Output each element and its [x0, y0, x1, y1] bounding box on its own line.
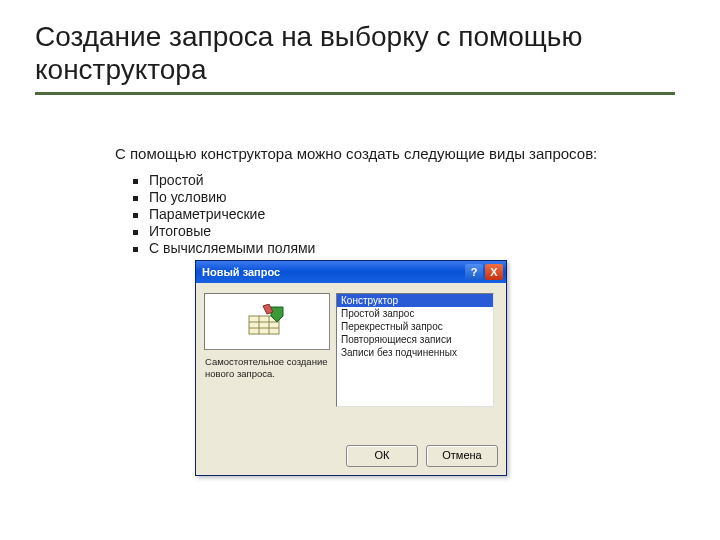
- content-block: С помощью конструктора можно создать сле…: [115, 145, 685, 256]
- slide: Создание запроса на выборку с помощью ко…: [0, 0, 720, 540]
- dialog-top-row: Самостоятельное создание нового запроса.…: [204, 293, 498, 407]
- list-item: По условию: [133, 189, 685, 205]
- listbox-item-unmatched[interactable]: Записи без подчиненных: [337, 346, 493, 359]
- dialog-description: Самостоятельное создание нового запроса.: [205, 356, 329, 380]
- list-item: Итоговые: [133, 223, 685, 239]
- new-query-dialog: Новый запрос ? X: [195, 260, 507, 476]
- divider: [35, 92, 675, 95]
- query-design-icon: [204, 293, 330, 350]
- ok-button[interactable]: ОК: [346, 445, 418, 467]
- bullet-list: Простой По условию Параметрические Итого…: [133, 172, 685, 256]
- close-icon[interactable]: X: [485, 264, 503, 280]
- listbox-item-duplicates[interactable]: Повторяющиеся записи: [337, 333, 493, 346]
- list-item: Простой: [133, 172, 685, 188]
- cancel-button[interactable]: Отмена: [426, 445, 498, 467]
- query-type-listbox[interactable]: Конструктор Простой запрос Перекрестный …: [336, 293, 494, 407]
- listbox-item-konstruktor[interactable]: Конструктор: [337, 294, 493, 307]
- svg-marker-6: [263, 304, 273, 314]
- dialog-title: Новый запрос: [202, 266, 463, 278]
- slide-title: Создание запроса на выборку с помощью ко…: [35, 20, 685, 86]
- list-item: Параметрические: [133, 206, 685, 222]
- dialog-button-row: ОК Отмена: [204, 439, 498, 467]
- dialog-titlebar[interactable]: Новый запрос ? X: [196, 261, 506, 283]
- listbox-item-crosstab[interactable]: Перекрестный запрос: [337, 320, 493, 333]
- intro-text: С помощью конструктора можно создать сле…: [115, 145, 685, 162]
- list-item: С вычисляемыми полями: [133, 240, 685, 256]
- dialog-body: Самостоятельное создание нового запроса.…: [196, 283, 506, 475]
- listbox-item-simple[interactable]: Простой запрос: [337, 307, 493, 320]
- dialog-left-pane: Самостоятельное создание нового запроса.: [204, 293, 330, 407]
- help-icon[interactable]: ?: [465, 264, 483, 280]
